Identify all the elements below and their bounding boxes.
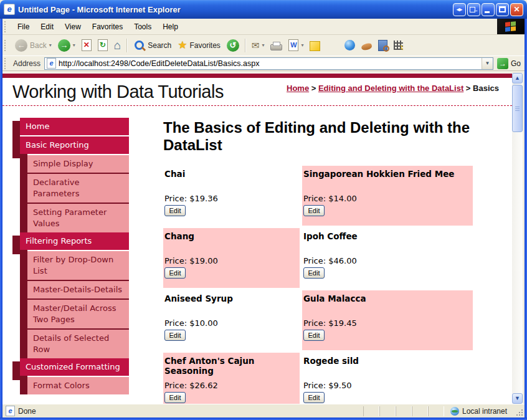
back-arrow-icon: ←	[15, 39, 27, 52]
discuss-button[interactable]	[306, 38, 323, 53]
pan-left-right-button[interactable]: ◂▸	[453, 3, 466, 16]
edit-button[interactable]: Edit	[303, 267, 325, 279]
product-price: Price: $46.00	[303, 256, 357, 265]
product-price: Price: $26.62	[164, 381, 218, 390]
toolbar-grip[interactable]	[4, 40, 8, 51]
header-accent-bar	[2, 74, 512, 78]
search-button[interactable]: Search	[130, 37, 174, 53]
sidebar-item-filter-by-dropdown-list[interactable]: Filter by Drop-Down List	[27, 251, 129, 280]
forward-arrow-icon: →	[58, 39, 70, 52]
product-item: Rogede sild Price: $9.50 Edit	[302, 353, 473, 404]
toolbar-separator	[338, 39, 339, 52]
security-zone-label: Local intranet	[462, 407, 507, 416]
mail-dropdown-icon[interactable]: ▾	[262, 42, 264, 48]
close-button[interactable]: ✕	[510, 3, 523, 16]
address-grip[interactable]	[4, 58, 8, 69]
messenger-button[interactable]	[341, 38, 358, 52]
address-label: Address	[13, 59, 40, 68]
history-icon: ↺	[227, 39, 239, 52]
product-name: Aniseed Syrup	[164, 294, 298, 303]
product-item: Singaporean Hokkien Fried Mee Price: $14…	[302, 166, 473, 226]
research-button[interactable]	[375, 38, 391, 53]
refresh-button[interactable]: ↻	[95, 37, 111, 53]
product-price: Price: $19.00	[164, 256, 218, 265]
product-price: Price: $10.00	[164, 318, 218, 328]
stop-button[interactable]: ✕	[78, 37, 95, 53]
product-name: Chai	[164, 169, 298, 179]
toolbar-separator	[245, 39, 246, 52]
maximize-button[interactable]	[496, 3, 509, 16]
back-button[interactable]: ← Back ▾	[12, 37, 55, 54]
product-price: Price: $9.50	[303, 381, 351, 390]
edit-dropdown-icon[interactable]: ▾	[301, 42, 303, 48]
forward-dropdown-icon[interactable]: ▾	[73, 42, 75, 48]
menu-help[interactable]: Help	[157, 20, 184, 34]
breadcrumb-home-link[interactable]: Home	[287, 84, 309, 93]
edit-button[interactable]: Edit	[164, 330, 186, 341]
addon-icon	[361, 42, 373, 50]
edit-button[interactable]: Edit	[164, 392, 186, 403]
tools-grid-button[interactable]	[391, 39, 406, 52]
ie-logo-icon: e	[4, 4, 15, 15]
address-url[interactable]: http://localhost:2498/Code/EditDeleteDat…	[59, 59, 482, 68]
favorites-button[interactable]: ★ Favorites	[174, 38, 224, 53]
mail-icon: ✉	[252, 40, 260, 51]
status-page-icon: e	[6, 406, 15, 416]
sidebar-item-simple-display[interactable]: Simple Display	[27, 155, 129, 173]
browser-window: e Untitled Page - Microsoft Internet Exp…	[0, 0, 527, 420]
status-text: Done	[18, 407, 363, 416]
scrollbar-thumb[interactable]	[512, 85, 523, 132]
product-item: Gula Malacca Price: $19.45 Edit	[302, 290, 473, 350]
go-arrow-icon: →	[497, 58, 508, 69]
menu-edit[interactable]: Edit	[35, 20, 59, 34]
edit-button[interactable]: Edit	[303, 205, 325, 216]
titlebar[interactable]: e Untitled Page - Microsoft Internet Exp…	[0, 0, 527, 19]
menu-file[interactable]: File	[12, 20, 35, 34]
sidebar-item-master-detail-two-pages[interactable]: Master/Detail Across Two Pages	[27, 298, 129, 328]
mail-button[interactable]: ✉ ▾	[249, 38, 268, 53]
history-button[interactable]: ↺	[224, 37, 242, 54]
edit-button[interactable]: Edit	[303, 330, 325, 341]
edit-with-word-button[interactable]: W ▾	[285, 37, 306, 53]
menu-favorites[interactable]: Favorites	[87, 20, 128, 34]
sidebar-item-format-colors[interactable]: Format Colors	[27, 377, 129, 394]
vertical-scrollbar[interactable]: ▲ ▼	[512, 73, 523, 404]
breadcrumb-current: Basics	[473, 84, 499, 93]
note-icon	[310, 41, 320, 51]
edit-button[interactable]: Edit	[164, 205, 186, 216]
scroll-down-button[interactable]: ▼	[512, 393, 523, 404]
favorites-star-icon: ★	[178, 40, 187, 51]
product-datalist: Chai Price: $19.36 Edit Singaporean Hokk…	[163, 166, 473, 404]
sidebar-item-home[interactable]: Home	[20, 118, 129, 135]
toolbar-separator	[126, 39, 128, 52]
sidebar-item-filtering-reports[interactable]: Filtering Reports	[20, 232, 129, 250]
address-input[interactable]: e http://localhost:2498/Code/EditDeleteD…	[44, 57, 493, 70]
breadcrumb-section-link[interactable]: Editing and Deleting with the DataList	[318, 84, 463, 93]
menu-tools[interactable]: Tools	[128, 20, 157, 34]
back-dropdown-icon[interactable]: ▾	[49, 42, 52, 48]
minimize-button[interactable]	[482, 3, 495, 16]
matrix-lightning-icon	[394, 41, 403, 50]
go-button[interactable]: → Go	[497, 58, 521, 69]
messenger-orb-icon	[344, 40, 355, 50]
home-button[interactable]: ⌂	[111, 37, 124, 54]
scroll-up-button[interactable]: ▲	[512, 73, 523, 84]
page-title: The Basics of Editing and Deleting with …	[163, 119, 473, 154]
menu-grip[interactable]	[4, 21, 8, 32]
print-button[interactable]	[267, 39, 285, 52]
address-dropdown-button[interactable]: ▼	[482, 58, 493, 69]
sidebar-item-setting-parameter-values[interactable]: Setting Parameter Values	[27, 203, 129, 232]
status-pane	[363, 406, 379, 416]
sidebar-item-details-of-selected-row[interactable]: Details of Selected Row	[27, 328, 129, 358]
menu-view[interactable]: View	[59, 20, 87, 34]
resize-grip[interactable]	[516, 409, 523, 416]
addon-button[interactable]	[358, 39, 375, 52]
edit-button[interactable]: Edit	[303, 392, 325, 403]
sidebar-item-master-details-details[interactable]: Master-Details-Details	[27, 280, 129, 298]
pop-out-button[interactable]: →	[467, 3, 480, 16]
sidebar-item-customized-formatting[interactable]: Customized Formatting	[20, 358, 129, 376]
sidebar-item-basic-reporting[interactable]: Basic Reporting	[20, 136, 129, 154]
edit-button[interactable]: Edit	[164, 267, 186, 279]
forward-button[interactable]: → ▾	[55, 37, 78, 54]
sidebar-item-declarative-parameters[interactable]: Declarative Parameters	[27, 173, 129, 203]
